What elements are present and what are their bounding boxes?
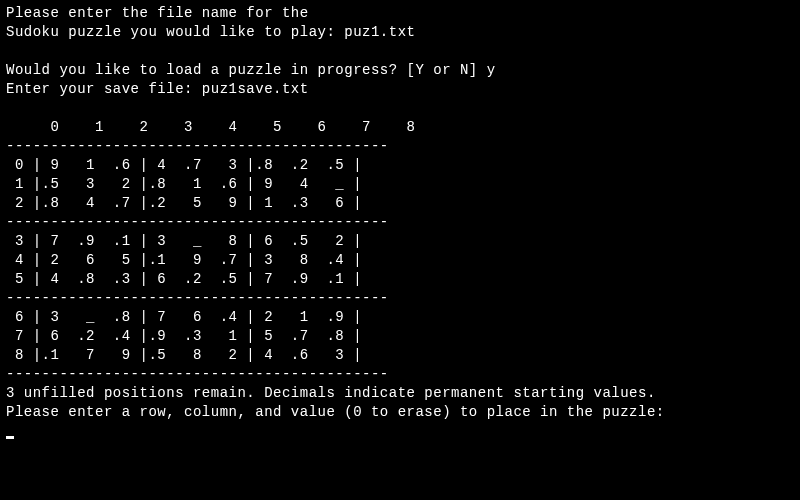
board-row-4: 4 | 2 6 5 |.1 9 .7 | 3 8 .4 | [6,252,362,268]
filename-input[interactable]: puz1.txt [344,24,415,40]
savefile-prompt: Enter your save file: [6,81,202,97]
column-headers-row: 0 1 2 3 4 5 6 7 8 [6,119,415,135]
board-row-1: 1 |.5 3 2 |.8 1 .6 | 9 4 _ | [6,176,362,192]
board-divider: ----------------------------------------… [6,290,389,306]
board-row-3: 3 | 7 .9 .1 | 3 _ 8 | 6 .5 2 | [6,233,362,249]
board-divider: ----------------------------------------… [6,214,389,230]
savefile-input[interactable]: puz1save.txt [202,81,309,97]
board-row-0: 0 | 9 1 .6 | 4 .7 3 |.8 .2 .5 | [6,157,362,173]
remaining-status: 3 unfilled positions remain. Decimals in… [6,385,656,401]
board-row-5: 5 | 4 .8 .3 | 6 .2 .5 | 7 .9 .1 | [6,271,362,287]
board-row-2: 2 |.8 4 .7 |.2 5 9 | 1 .3 6 | [6,195,362,211]
board-divider: ----------------------------------------… [6,366,389,382]
load-progress-prompt: Would you like to load a puzzle in progr… [6,62,487,78]
board-row-8: 8 |.1 7 9 |.5 8 2 | 4 .6 3 | [6,347,362,363]
board-divider: ----------------------------------------… [6,138,389,154]
terminal-output: Please enter the file name for the Sudok… [0,0,800,445]
filename-prompt-line1: Please enter the file name for the [6,5,309,21]
board-row-6: 6 | 3 _ .8 | 7 6 .4 | 2 1 .9 | [6,309,362,325]
move-prompt: Please enter a row, column, and value (0… [6,404,665,420]
load-progress-input[interactable]: y [487,62,496,78]
board-row-7: 7 | 6 .2 .4 |.9 .3 1 | 5 .7 .8 | [6,328,362,344]
cursor-icon[interactable] [6,436,14,439]
filename-prompt-line2: Sudoku puzzle you would like to play: [6,24,344,40]
